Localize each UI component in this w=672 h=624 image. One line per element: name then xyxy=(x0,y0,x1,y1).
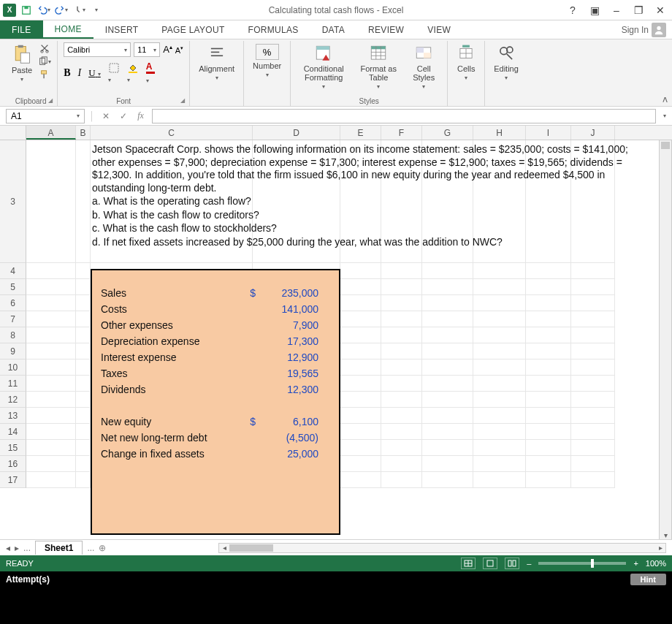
cell[interactable] xyxy=(526,472,571,488)
font-name-select[interactable]: Calibri▾ xyxy=(64,42,131,57)
cancel-fx-icon[interactable]: ✕ xyxy=(99,111,112,121)
cell[interactable] xyxy=(571,279,615,295)
scroll-down-icon[interactable]: ▾ xyxy=(660,531,671,539)
row-header[interactable]: 10 xyxy=(0,359,26,376)
font-size-select[interactable]: 11▾ xyxy=(134,42,160,57)
tab-file[interactable]: FILE xyxy=(0,20,43,39)
cell[interactable] xyxy=(422,343,473,359)
cell[interactable] xyxy=(26,408,76,424)
cell[interactable] xyxy=(381,376,422,392)
bold-button[interactable]: B xyxy=(64,67,70,79)
cell[interactable] xyxy=(473,456,526,472)
cell[interactable] xyxy=(473,424,526,440)
row-header[interactable]: 5 xyxy=(0,279,26,295)
cell[interactable] xyxy=(571,472,615,488)
cell[interactable] xyxy=(26,424,76,440)
cell[interactable] xyxy=(340,408,381,424)
cell[interactable] xyxy=(26,327,76,343)
zoom-slider[interactable] xyxy=(538,562,626,565)
cell[interactable] xyxy=(422,295,473,311)
cell[interactable] xyxy=(340,392,381,408)
cell[interactable] xyxy=(526,343,571,359)
cell[interactable] xyxy=(526,279,571,295)
cell[interactable] xyxy=(381,295,422,311)
cell[interactable] xyxy=(76,440,91,456)
cell[interactable] xyxy=(422,424,473,440)
vertical-scrollbar[interactable]: ▴ ▾ xyxy=(659,140,671,539)
cell[interactable] xyxy=(76,343,91,359)
underline-button[interactable]: U ▾ xyxy=(88,67,101,79)
cell[interactable] xyxy=(422,327,473,343)
cell[interactable] xyxy=(422,311,473,327)
cell[interactable] xyxy=(26,140,76,263)
fill-color-icon[interactable]: ▾ xyxy=(127,62,139,84)
cell[interactable] xyxy=(26,343,76,359)
close-button[interactable]: ✕ xyxy=(652,3,669,18)
cell[interactable] xyxy=(381,472,422,488)
minimize-button[interactable]: – xyxy=(608,3,625,18)
cell[interactable] xyxy=(571,327,615,343)
cell[interactable] xyxy=(473,311,526,327)
cell[interactable] xyxy=(381,263,422,279)
cell[interactable] xyxy=(571,456,615,472)
cell[interactable] xyxy=(381,424,422,440)
cell[interactable] xyxy=(26,472,76,488)
cell-styles-button[interactable]: Cell Styles▾ xyxy=(406,42,441,91)
paste-button[interactable]: Paste ▾ xyxy=(10,42,34,84)
qat-customize-icon[interactable]: ▾ xyxy=(89,3,104,18)
cell[interactable] xyxy=(473,408,526,424)
save-icon[interactable] xyxy=(19,3,34,18)
cell[interactable] xyxy=(571,343,615,359)
dialog-launcher-icon[interactable]: ◢ xyxy=(48,97,56,104)
row-header[interactable]: 13 xyxy=(0,408,26,424)
enter-fx-icon[interactable]: ✓ xyxy=(117,111,130,121)
editing-button[interactable]: Editing▾ xyxy=(491,42,522,83)
col-header-j[interactable]: J xyxy=(571,126,615,140)
cell[interactable] xyxy=(76,140,91,263)
tab-home[interactable]: HOME xyxy=(43,20,93,39)
cut-icon[interactable] xyxy=(38,42,51,54)
shrink-font-icon[interactable]: A▾ xyxy=(175,45,183,55)
scroll-thumb[interactable] xyxy=(229,544,273,552)
cells-button[interactable]: Cells▾ xyxy=(454,42,478,83)
cell[interactable] xyxy=(473,440,526,456)
border-icon[interactable]: ▾ xyxy=(108,62,120,84)
page-break-view-icon[interactable] xyxy=(505,558,519,569)
font-color-icon[interactable]: A▾ xyxy=(146,61,155,85)
row-header[interactable]: 17 xyxy=(0,472,26,488)
cell[interactable] xyxy=(571,408,615,424)
cell[interactable] xyxy=(526,327,571,343)
cell[interactable] xyxy=(76,295,91,311)
cell[interactable] xyxy=(381,343,422,359)
redo-icon[interactable]: ▾ xyxy=(54,3,69,18)
cell[interactable] xyxy=(340,376,381,392)
cell[interactable] xyxy=(76,311,91,327)
cell[interactable] xyxy=(26,295,76,311)
cell[interactable] xyxy=(526,295,571,311)
cell[interactable] xyxy=(473,295,526,311)
sign-in[interactable]: Sign In xyxy=(616,20,672,39)
formula-input[interactable] xyxy=(152,109,657,123)
cell[interactable] xyxy=(422,456,473,472)
fx-icon[interactable]: fx xyxy=(134,110,148,121)
col-header-c[interactable]: C xyxy=(91,126,253,140)
zoom-out-button[interactable]: – xyxy=(527,559,531,568)
cell[interactable] xyxy=(76,392,91,408)
cell[interactable] xyxy=(76,359,91,376)
scroll-right-icon[interactable]: ▸ xyxy=(655,544,665,552)
cell[interactable] xyxy=(340,472,381,488)
cell[interactable] xyxy=(340,343,381,359)
sheet-tab-sheet1[interactable]: Sheet1 xyxy=(35,541,83,555)
hint-button[interactable]: Hint xyxy=(630,574,666,585)
cell[interactable] xyxy=(340,311,381,327)
cell[interactable] xyxy=(571,440,615,456)
col-header-b[interactable]: B xyxy=(76,126,91,140)
cell[interactable] xyxy=(526,424,571,440)
cell[interactable] xyxy=(340,279,381,295)
row-header[interactable]: 16 xyxy=(0,456,26,472)
cell[interactable] xyxy=(26,456,76,472)
cell[interactable] xyxy=(340,456,381,472)
ribbon-options-button[interactable]: ▣ xyxy=(586,3,603,18)
cell[interactable] xyxy=(381,440,422,456)
cell[interactable] xyxy=(571,263,615,279)
